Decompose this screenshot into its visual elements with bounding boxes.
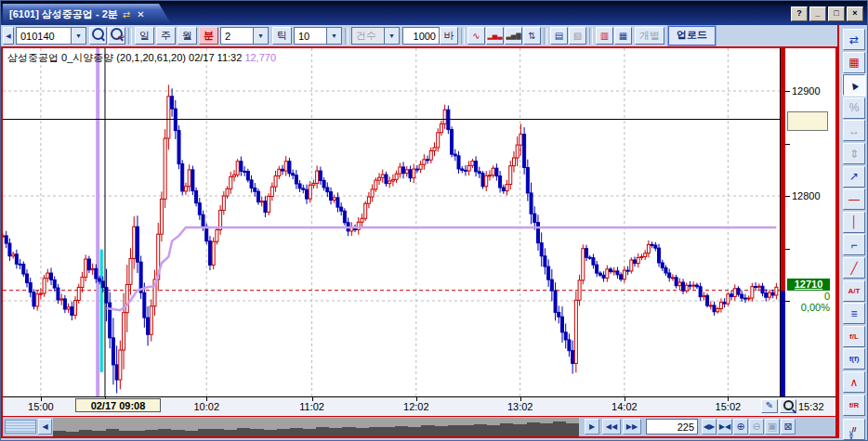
close-range-button[interactable]: ⊠ <box>781 419 796 435</box>
help-button[interactable]: ? <box>791 6 808 21</box>
minimap-bar <box>145 430 158 436</box>
bar-count-input[interactable] <box>402 27 440 45</box>
y-axis-tick <box>785 196 790 197</box>
separator <box>461 28 465 45</box>
horizontal-line-tool-icon[interactable]: — <box>843 188 865 210</box>
visible-bars-input[interactable] <box>646 419 698 435</box>
fib-fr-icon[interactable]: f/R <box>843 395 865 416</box>
upload-button[interactable]: 업로드 <box>668 26 716 45</box>
minimap-bar <box>277 429 290 436</box>
y-axis-tick <box>785 301 790 302</box>
period-month-button[interactable]: 월 <box>178 27 197 45</box>
chevron-down-icon[interactable]: ▼ <box>326 28 341 44</box>
search-recent-button[interactable]: ↩ <box>108 27 125 45</box>
toolbar: ◀ 010140 ▼ ↩ 일 주 월 분 2 ▼ 틱 10 ▼ 건수 ▼ 바 ∿… <box>1 25 868 47</box>
separator <box>589 28 593 45</box>
swap-icon[interactable]: ⇄ <box>123 9 130 19</box>
report-button[interactable]: ▥ <box>596 27 613 45</box>
minimap-bar <box>369 427 382 436</box>
chevron-down-icon: ▼ <box>384 28 399 44</box>
contract-range-button[interactable]: ▶◀ <box>717 419 732 435</box>
text-tool-icon[interactable]: A/T <box>843 280 865 302</box>
bar-chart-button[interactable]: ▃▅▇ <box>505 27 522 45</box>
zoom-out-button: ⊖ <box>749 419 764 435</box>
chevron-down-icon[interactable]: ∨∨ <box>848 432 854 439</box>
fit-button: ▣ <box>765 419 780 435</box>
individual-button: 개별 <box>635 27 664 45</box>
fib-fl-icon[interactable]: f/L <box>843 326 865 347</box>
x-axis-label: 10:02 <box>186 401 227 412</box>
sort-updown-button[interactable]: ⇅ <box>523 27 541 45</box>
scroll-handle[interactable] <box>5 420 36 434</box>
fast-forward-button[interactable]: ▶▶ <box>623 419 641 435</box>
minimap-bar <box>461 425 474 436</box>
scroll-left-button[interactable]: ◀ <box>3 27 14 45</box>
play-button[interactable]: ▶ <box>585 419 599 435</box>
axis-zoom-button[interactable] <box>780 399 796 413</box>
minimap-bar <box>250 429 263 436</box>
price-change-pct-label: 0,00% <box>781 302 830 313</box>
mini-chart-icon[interactable]: ↗ <box>843 166 865 188</box>
minimap-bar <box>224 430 237 436</box>
volume-chart-button[interactable]: ▂▅▃ <box>486 27 504 45</box>
zoom-in-button[interactable]: ⊕ <box>733 419 748 435</box>
chart-canvas[interactable] <box>3 48 780 396</box>
separator <box>544 28 547 45</box>
grid-settings-button[interactable]: ▦ <box>614 27 632 45</box>
candle-pattern-icon[interactable]: ▦ <box>843 52 865 73</box>
close-button[interactable]: × <box>847 6 863 21</box>
crosshair-time-box: 02/17 09:08 <box>75 398 161 412</box>
expand-range-button[interactable]: ◀▶ <box>702 419 717 435</box>
minimize-button[interactable]: _ <box>809 6 826 21</box>
maximize-button[interactable]: □ <box>828 6 845 21</box>
fib-levels-icon[interactable]: ≡ <box>843 303 865 324</box>
fib-fan-icon[interactable]: ∧ <box>843 371 865 393</box>
chevron-down-icon[interactable]: ▼ <box>253 28 268 44</box>
chart-header-text: 삼성중공업 0_시양종양 (20,1,20,61,20) 02/17 11:32 <box>7 52 242 63</box>
price-axis[interactable]: 12710 0 0,00% 1290012800 <box>781 48 835 396</box>
time-axis[interactable]: ✎ 15:32 15:0002/17 09:0810:0211:0212:021… <box>3 396 835 416</box>
axis-pencil-button[interactable]: ✎ <box>761 399 778 413</box>
cursor-icon[interactable]: ▲ <box>843 74 865 96</box>
price-change-label: 0 <box>781 291 830 302</box>
compare-icon: % <box>843 97 865 119</box>
x-axis-label: 15:00 <box>20 401 61 412</box>
minimap-bar <box>211 429 224 436</box>
tab-close-icon[interactable]: ✕ <box>137 9 144 19</box>
search-button[interactable] <box>89 27 107 45</box>
y-axis-tick <box>785 91 790 92</box>
bar-unit-button[interactable]: 바 <box>440 27 458 45</box>
minimap[interactable] <box>53 418 579 436</box>
minute-interval-combo[interactable]: 2 ▼ <box>220 27 269 45</box>
period-minute-button[interactable]: 분 <box>199 27 218 45</box>
window-tab[interactable]: [6101] 삼성중공업 - 2분 ⇄ ✕ <box>3 4 172 25</box>
minimap-bar <box>421 425 434 436</box>
period-day-button[interactable]: 일 <box>135 27 154 45</box>
vertical-line-tool-icon[interactable]: │ <box>843 212 865 233</box>
chevron-down-icon[interactable]: ▼ <box>71 28 85 44</box>
period-tick-button[interactable]: 틱 <box>272 27 292 45</box>
scroll-left-button[interactable]: ◀ <box>38 419 52 435</box>
minimap-bar <box>356 428 369 436</box>
new-document-button[interactable]: ▤ <box>550 27 568 45</box>
ma-value-label: 12,770 <box>244 52 276 63</box>
tick-interval-combo[interactable]: 10 ▼ <box>294 27 342 45</box>
stock-code-combo[interactable]: 010140 ▼ <box>16 27 86 45</box>
step-line-tool-icon[interactable]: ⌐ <box>843 234 865 255</box>
y-axis-label: 12800 <box>792 190 833 201</box>
minimap-bar <box>553 422 566 436</box>
period-week-button[interactable]: 주 <box>156 27 176 45</box>
rewind-button[interactable]: ◀◀ <box>602 419 621 435</box>
minimap-bar <box>237 428 250 436</box>
minimap-bar <box>408 427 421 436</box>
refresh-icon[interactable]: ⇄ <box>843 29 865 50</box>
fib-arc-icon[interactable]: f(f) <box>843 348 865 370</box>
candlestick-plot[interactable]: 삼성중공업 0_시양종양 (20,1,20,61,20) 02/17 11:32… <box>3 48 781 396</box>
minute-interval-value: 2 <box>225 31 253 42</box>
line-chart-toggle-button[interactable]: ∿ <box>467 27 485 45</box>
hatch-tool-icon[interactable]: // <box>843 419 865 440</box>
minimap-bar <box>540 423 553 436</box>
trend-line-tool-icon[interactable]: ╱ <box>843 257 865 279</box>
minimap-bar <box>198 429 211 436</box>
minimap-bar <box>382 427 395 436</box>
